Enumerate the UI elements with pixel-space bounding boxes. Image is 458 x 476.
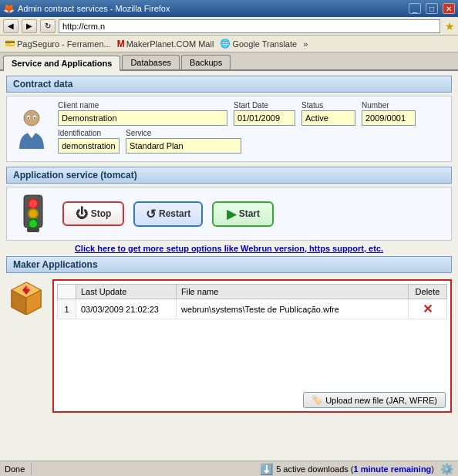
minimize-button[interactable]: _ bbox=[409, 3, 421, 14]
window-titlebar: 🦊 Admin contract services - Mozilla Fire… bbox=[0, 0, 458, 17]
window-icon: 🦊 bbox=[3, 3, 15, 14]
app-service-section: ⏻ Stop ↺ Restart ▶ Start bbox=[6, 187, 452, 241]
status-input[interactable] bbox=[301, 110, 355, 126]
status-done: Done bbox=[5, 464, 25, 474]
identification-group: Identification bbox=[58, 129, 120, 154]
maker-box-icon bbox=[8, 279, 44, 315]
col-delete-header: Delete bbox=[409, 285, 447, 299]
identification-input[interactable] bbox=[58, 138, 120, 154]
fav-more[interactable]: » bbox=[303, 39, 308, 49]
address-bar[interactable]: http://crm.n bbox=[59, 19, 440, 33]
maker-inner: Last Update File name Delete 1 03/03/200… bbox=[52, 279, 452, 413]
fav-more-label: » bbox=[303, 39, 308, 49]
start-icon: ▶ bbox=[227, 207, 236, 221]
service-label: Service bbox=[126, 129, 241, 137]
number-input[interactable] bbox=[362, 110, 416, 126]
status-label: Status bbox=[301, 101, 355, 110]
restart-icon: ↺ bbox=[146, 207, 156, 221]
delete-icon[interactable]: ✕ bbox=[423, 302, 433, 316]
row-file-name: webrun\systems\Teste de Publicação.wfre bbox=[177, 299, 409, 319]
maximize-button[interactable]: □ bbox=[426, 3, 438, 14]
favorites-bar: 💳 PagSeguro - Ferramen... M MakerPlanet.… bbox=[0, 35, 458, 52]
status-separator bbox=[31, 463, 32, 475]
app-table: Last Update File name Delete 1 03/03/200… bbox=[57, 284, 447, 319]
row-delete[interactable]: ✕ bbox=[409, 299, 447, 319]
setup-options-link[interactable]: Click here to get more setup options lik… bbox=[6, 244, 452, 253]
fav-googletranslate-label: Google Translate bbox=[232, 39, 297, 49]
contract-fields: Client name Start Date Status Numbe bbox=[58, 101, 446, 157]
service-group: Service bbox=[126, 129, 241, 154]
maker-section-header: Maker Applications bbox=[6, 256, 452, 273]
status-downloads: ⬇️ 5 active downloads (1 minute remainin… bbox=[38, 463, 434, 475]
stop-icon: ⏻ bbox=[76, 207, 88, 221]
svg-point-7 bbox=[29, 200, 37, 208]
status-right-icon: ⚙️ bbox=[440, 463, 453, 475]
upload-button[interactable]: 🏷️ Upload new file (JAR, WFRE) bbox=[303, 392, 446, 408]
client-name-group: Client name bbox=[58, 101, 227, 126]
svg-rect-12 bbox=[27, 228, 39, 232]
svg-point-9 bbox=[29, 210, 37, 218]
pagseguro-icon: 💳 bbox=[5, 39, 15, 49]
fav-googletranslate[interactable]: 🌐 Google Translate bbox=[220, 39, 297, 49]
maker-icon-area bbox=[6, 276, 46, 315]
col-last-update-header: Last Update bbox=[76, 285, 177, 299]
tab-bar: Service and Applications Databases Backu… bbox=[0, 52, 458, 71]
app-service-section-header: Application service (tomcat) bbox=[6, 167, 452, 184]
fav-makerplanet-label: MakerPlanet.COM Mail bbox=[126, 39, 214, 49]
start-date-input[interactable] bbox=[234, 110, 295, 126]
svg-point-4 bbox=[34, 117, 35, 119]
close-button[interactable]: ✕ bbox=[443, 3, 455, 14]
number-group: Number bbox=[362, 101, 416, 126]
traffic-light-icon bbox=[16, 194, 50, 234]
tab-databases[interactable]: Databases bbox=[122, 55, 180, 69]
googletranslate-icon: 🌐 bbox=[220, 39, 231, 49]
upload-icon: 🏷️ bbox=[312, 395, 322, 405]
svg-point-0 bbox=[24, 110, 39, 126]
row-last-update: 03/03/2009 21:02:23 bbox=[76, 299, 177, 319]
start-button[interactable]: ▶ Start bbox=[212, 201, 274, 227]
identification-label: Identification bbox=[58, 129, 120, 137]
tab-backups[interactable]: Backups bbox=[181, 55, 231, 69]
contract-section-header: Contract data bbox=[6, 76, 452, 93]
avatar-area bbox=[12, 101, 52, 157]
client-name-label: Client name bbox=[58, 101, 227, 110]
status-bar: Done ⬇️ 5 active downloads (1 minute rem… bbox=[0, 461, 458, 476]
tab-service-apps[interactable]: Service and Applications bbox=[3, 56, 120, 71]
col-file-name-header: File name bbox=[177, 285, 409, 299]
col-num-header bbox=[58, 285, 76, 299]
downloads-text: 5 active downloads (1 minute remaining) bbox=[276, 464, 434, 474]
address-text: http://crm.n bbox=[62, 22, 105, 31]
fav-pagseguro-label: PagSeguro - Ferramen... bbox=[17, 39, 111, 49]
person-avatar bbox=[13, 109, 50, 149]
start-date-group: Start Date bbox=[234, 101, 295, 126]
fav-pagseguro[interactable]: 💳 PagSeguro - Ferramen... bbox=[5, 39, 111, 49]
number-label: Number bbox=[362, 101, 416, 110]
restart-button[interactable]: ↺ Restart bbox=[133, 201, 203, 227]
download-icon: ⬇️ bbox=[260, 463, 273, 475]
field-row-2: Identification Service bbox=[58, 129, 446, 154]
forward-button[interactable]: ▶ bbox=[22, 19, 37, 33]
window-title: Admin contract services - Mozilla Firefo… bbox=[18, 4, 404, 13]
fav-makerplanet[interactable]: M MakerPlanet.COM Mail bbox=[117, 39, 214, 49]
makerplanet-icon: M bbox=[117, 39, 125, 49]
table-row: 1 03/03/2009 21:02:23 webrun\systems\Tes… bbox=[58, 299, 447, 319]
upload-row: 🏷️ Upload new file (JAR, WFRE) bbox=[57, 389, 447, 408]
service-input[interactable] bbox=[126, 138, 241, 154]
field-row-1: Client name Start Date Status Numbe bbox=[58, 101, 446, 126]
start-date-label: Start Date bbox=[234, 101, 295, 110]
content-area: Contract data bbox=[0, 71, 458, 420]
traffic-light-area bbox=[13, 194, 53, 234]
browser-toolbar: ◀ ▶ ↻ http://crm.n ★ bbox=[0, 17, 458, 35]
svg-point-3 bbox=[28, 117, 29, 119]
svg-point-11 bbox=[29, 220, 37, 228]
bookmark-star-icon[interactable]: ★ bbox=[445, 20, 455, 32]
back-button[interactable]: ◀ bbox=[3, 19, 19, 33]
maker-section: Maker Applications bbox=[6, 256, 452, 416]
refresh-button[interactable]: ↻ bbox=[40, 19, 56, 33]
stop-button[interactable]: ⏻ Stop bbox=[62, 201, 124, 226]
status-group: Status bbox=[301, 101, 355, 126]
main-content: Service and Applications Databases Backu… bbox=[0, 52, 458, 461]
row-num: 1 bbox=[58, 299, 76, 319]
contract-section: Client name Start Date Status Numbe bbox=[6, 96, 452, 162]
client-name-input[interactable] bbox=[58, 110, 227, 126]
